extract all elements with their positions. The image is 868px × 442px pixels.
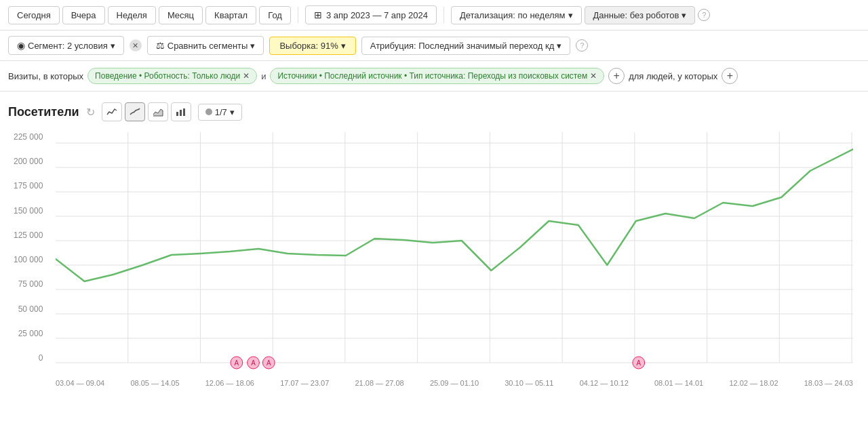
attribution-label: Атрибуция: Последний значимый переход кд <box>370 41 554 51</box>
filter-tag-1-label: Поведение • Роботность: Только люди <box>95 71 240 81</box>
segment-label: Сегмент: 2 условия <box>28 41 108 51</box>
annotation-label-1: A <box>235 359 239 367</box>
x-axis-labels: 03.04 — 09.04 08.05 — 14.05 12.06 — 18.0… <box>56 379 853 387</box>
chart-line <box>56 149 853 281</box>
metric-selector[interactable]: 1/7 ▾ <box>198 104 242 121</box>
period-quarter[interactable]: Квартал <box>205 6 256 24</box>
x-label-8: 08.01 — 14.01 <box>654 379 703 387</box>
period-month[interactable]: Месяц <box>159 6 203 24</box>
date-range-button[interactable]: ⊞ 3 апр 2023 — 7 апр 2024 <box>305 5 437 24</box>
chevron-down-icon-2: ▾ <box>682 10 686 20</box>
chart-type-smoothline[interactable] <box>125 102 145 121</box>
svg-rect-0 <box>176 112 178 116</box>
x-label-1: 08.05 — 14.05 <box>130 379 179 387</box>
filter-bar: Визиты, в которых Поведение • Роботность… <box>0 61 868 92</box>
compare-label: Сравнить сегменты <box>167 41 248 51</box>
svg-rect-2 <box>183 108 185 116</box>
data-button[interactable]: Данные: без роботов ▾ <box>585 6 696 24</box>
segment-toolbar: ◉ Сегмент: 2 условия ▾ ✕ ⚖ Сравнить сегм… <box>0 31 868 61</box>
attribution-button[interactable]: Атрибуция: Последний значимый переход кд… <box>361 37 570 55</box>
chart-type-area[interactable] <box>148 102 168 121</box>
y-label-8: 25 000 <box>14 329 43 338</box>
y-label-4: 125 000 <box>14 230 43 240</box>
sample-label: Выборка: 91% <box>279 41 338 51</box>
x-label-5: 25.09 — 01.10 <box>430 379 479 387</box>
x-label-6: 30.10 — 05.11 <box>505 379 553 387</box>
period-yesterday[interactable]: Вчера <box>62 6 105 24</box>
annotation-label-4: A <box>636 359 641 367</box>
date-range-label: 3 апр 2023 — 7 апр 2024 <box>326 10 428 20</box>
svg-rect-1 <box>180 110 182 116</box>
filter-add-button-2[interactable]: + <box>722 68 738 84</box>
filter-prefix: Визиты, в которых <box>8 71 83 81</box>
y-label-3: 150 000 <box>14 206 43 216</box>
sample-button[interactable]: Выборка: 91% ▾ <box>269 37 355 55</box>
x-label-10: 18.03 — 24.03 <box>804 379 853 387</box>
chart-section: Посетители ↻ <box>0 92 868 387</box>
smooth-line-icon <box>130 106 140 117</box>
chart-header: Посетители ↻ <box>8 102 860 121</box>
separator-1 <box>298 7 298 23</box>
metric-dot <box>205 108 212 115</box>
y-label-0: 225 000 <box>14 132 43 142</box>
chart-type-line[interactable] <box>102 102 122 121</box>
chevron-down-icon-5: ▾ <box>341 41 346 51</box>
filter-tag-2-close[interactable]: ✕ <box>590 71 597 81</box>
y-label-7: 50 000 <box>14 304 43 314</box>
x-label-2: 12.06 — 18.06 <box>205 379 254 387</box>
x-label-0: 03.04 — 09.04 <box>56 379 104 387</box>
y-label-6: 75 000 <box>14 279 43 289</box>
x-label-3: 17.07 — 23.07 <box>280 379 329 387</box>
segment-icon: ◉ <box>17 40 25 51</box>
y-label-5: 100 000 <box>14 255 43 264</box>
compare-button[interactable]: ⚖ Сравнить сегменты ▾ <box>147 36 264 55</box>
chart-type-bar[interactable] <box>171 102 191 121</box>
compare-icon: ⚖ <box>156 40 165 51</box>
x-label-4: 21.08 — 27.08 <box>355 379 404 387</box>
segment-button[interactable]: ◉ Сегмент: 2 условия ▾ <box>8 36 124 55</box>
annotation-label-3: A <box>267 359 271 367</box>
y-label-1: 200 000 <box>14 157 43 166</box>
annotation-label-2: A <box>251 359 256 367</box>
separator-2 <box>443 7 444 23</box>
data-label: Данные: без роботов <box>593 10 679 20</box>
x-label-9: 12.02 — 18.02 <box>729 379 778 387</box>
x-label-7: 04.12 — 10.12 <box>580 379 629 387</box>
period-year[interactable]: Год <box>259 6 291 24</box>
chart-title: Посетители <box>8 105 79 119</box>
filter-add-button[interactable]: + <box>608 68 625 84</box>
chevron-down-icon-6: ▾ <box>557 41 561 51</box>
calendar-icon: ⊞ <box>314 9 322 20</box>
refresh-icon[interactable]: ↻ <box>86 106 95 119</box>
chevron-down-icon-3: ▾ <box>111 41 115 51</box>
filter-tag-2-label: Источники • Последний источник • Тип ист… <box>277 71 587 81</box>
y-label-9: 0 <box>14 353 43 363</box>
filter-suffix: для людей, у которых <box>629 71 717 81</box>
area-chart-icon <box>153 106 163 117</box>
y-label-2: 175 000 <box>14 181 43 190</box>
metric-count: 1/7 <box>215 107 227 117</box>
filter-and: и <box>261 71 266 81</box>
info-icon-2[interactable]: ? <box>576 39 588 52</box>
detail-button[interactable]: Детализация: по неделям ▾ <box>451 6 582 24</box>
period-week[interactable]: Неделя <box>108 6 156 24</box>
chart-inner: 225 000 200 000 175 000 150 000 125 000 … <box>56 132 853 387</box>
chart-type-buttons <box>102 102 191 121</box>
period-toolbar: Сегодня Вчера Неделя Месяц Квартал Год ⊞… <box>0 0 868 31</box>
detail-label: Детализация: по неделям <box>460 10 566 20</box>
chart-wrapper: 225 000 200 000 175 000 150 000 125 000 … <box>8 132 860 387</box>
bar-chart-icon <box>176 106 186 117</box>
filter-tag-1-close[interactable]: ✕ <box>243 71 250 81</box>
chevron-down-icon: ▾ <box>568 10 573 20</box>
chart-svg: A A A A <box>56 132 853 376</box>
chevron-down-icon-7: ▾ <box>230 107 235 117</box>
chevron-down-icon-4: ▾ <box>250 41 255 51</box>
info-icon-1[interactable]: ? <box>698 9 710 21</box>
filter-tag-2[interactable]: Источники • Последний источник • Тип ист… <box>270 68 604 84</box>
period-today[interactable]: Сегодня <box>8 6 60 24</box>
segment-close-button[interactable]: ✕ <box>130 39 142 52</box>
y-axis-labels: 225 000 200 000 175 000 150 000 125 000 … <box>14 132 43 363</box>
line-chart-icon <box>106 106 117 117</box>
filter-tag-1[interactable]: Поведение • Роботность: Только люди ✕ <box>87 68 257 84</box>
